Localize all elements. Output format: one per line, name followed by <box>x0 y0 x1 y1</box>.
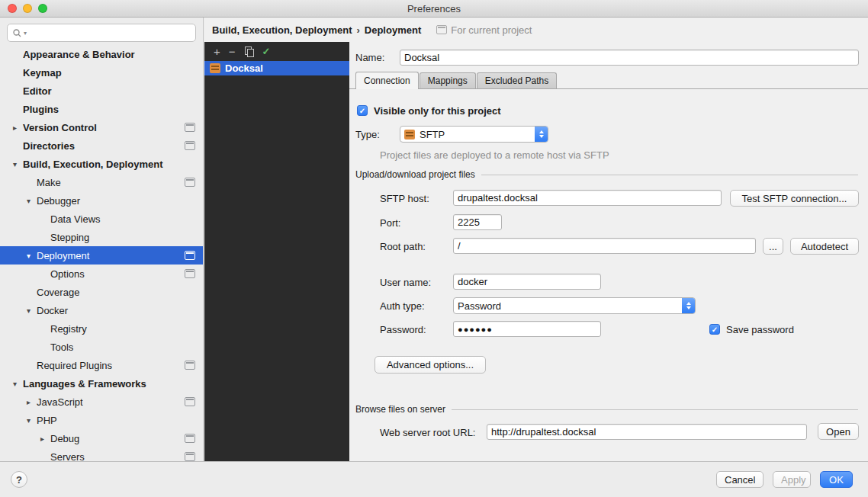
root-path-label: Root path: <box>380 241 426 252</box>
cancel-button[interactable]: Cancel <box>716 471 764 488</box>
autodetect-button[interactable]: Autodetect <box>790 238 859 255</box>
close-button[interactable] <box>8 4 17 13</box>
port-label: Port: <box>380 217 400 229</box>
use-as-default-icon[interactable]: ✓ <box>262 46 271 56</box>
type-label: Type: <box>355 129 380 140</box>
sidebar-item-debugger[interactable]: ▾Debugger <box>0 191 203 210</box>
sidebar-item-appearance-behavior[interactable]: Appearance & Behavior <box>0 45 203 63</box>
server-list-item-docksal[interactable]: Docksal <box>204 61 349 75</box>
sidebar-item-editor[interactable]: Editor <box>0 82 203 100</box>
search-icon <box>12 28 22 38</box>
name-label: Name: <box>355 52 384 63</box>
chevron-down-icon[interactable]: ▾ <box>13 380 23 388</box>
project-settings-icon <box>185 361 195 370</box>
copy-server-icon[interactable] <box>244 46 254 56</box>
sidebar-item-data-views[interactable]: Data Views <box>0 210 203 228</box>
project-settings-icon <box>185 251 195 260</box>
sidebar-item-tools[interactable]: Tools <box>0 338 203 356</box>
tab-mappings[interactable]: Mappings <box>420 72 476 88</box>
sidebar-item-javascript[interactable]: ▸JavaScript <box>0 393 203 411</box>
sidebar-item-debug[interactable]: ▸Debug <box>0 429 203 447</box>
sftp-host-label: SFTP host: <box>380 193 429 204</box>
sidebar-item-label: Data Views <box>50 213 101 225</box>
open-button[interactable]: Open <box>818 423 859 440</box>
for-current-project: For current project <box>436 24 532 36</box>
apply-button[interactable]: Apply <box>773 471 811 488</box>
search-box[interactable]: ▾ <box>7 24 196 42</box>
sidebar-item-languages-frameworks[interactable]: ▾Languages & Frameworks <box>0 374 203 393</box>
sidebar-item-label: Registry <box>50 323 87 335</box>
sidebar-item-php[interactable]: ▾PHP <box>0 411 203 429</box>
web-root-label: Web server root URL: <box>380 427 475 438</box>
sidebar-item-deployment[interactable]: ▾Deployment <box>0 246 203 265</box>
browse-root-button[interactable]: ... <box>763 238 783 255</box>
web-root-input[interactable] <box>487 424 807 440</box>
chevron-down-icon: ▾ <box>24 30 27 37</box>
sftp-host-input[interactable] <box>453 190 722 206</box>
sidebar-item-make[interactable]: Make <box>0 173 203 191</box>
sidebar-item-version-control[interactable]: ▸Version Control <box>0 118 203 136</box>
chevron-down-icon[interactable]: ▾ <box>27 306 37 315</box>
visible-only-checkbox[interactable]: ✓ <box>357 105 368 116</box>
sidebar-item-coverage[interactable]: Coverage <box>0 283 203 301</box>
user-name-input[interactable] <box>453 274 601 290</box>
zoom-button[interactable] <box>38 4 47 13</box>
dropdown-stepper-icon <box>682 298 695 313</box>
search-input[interactable] <box>28 27 191 40</box>
ok-button[interactable]: OK <box>820 471 853 488</box>
password-input[interactable] <box>453 321 601 337</box>
sidebar-item-label: Deployment <box>37 250 89 261</box>
check-icon: ✓ <box>359 107 365 115</box>
config-tabs: Connection Mappings Excluded Paths <box>349 72 868 89</box>
help-button[interactable]: ? <box>11 471 27 488</box>
add-server-icon[interactable]: + <box>214 46 220 57</box>
remove-server-icon[interactable]: − <box>229 46 236 57</box>
project-settings-icon <box>436 25 447 34</box>
server-config-form: Name: Connection Mappings Excluded Paths… <box>349 42 868 461</box>
sidebar-item-label: Appearance & Behavior <box>23 49 135 60</box>
chevron-down-icon[interactable]: ▾ <box>13 160 23 168</box>
auth-type-label: Auth type: <box>380 300 425 312</box>
sidebar-item-plugins[interactable]: Plugins <box>0 100 203 118</box>
name-input[interactable] <box>400 50 859 66</box>
chevron-down-icon[interactable]: ▾ <box>27 252 37 260</box>
check-icon: ✓ <box>712 325 718 334</box>
auth-type-select[interactable]: Password <box>453 297 696 314</box>
chevron-right-icon[interactable]: ▸ <box>27 398 37 406</box>
sidebar-item-build-execution-deployment[interactable]: ▾Build, Execution, Deployment <box>0 155 203 173</box>
breadcrumb-section[interactable]: Build, Execution, Deployment <box>212 24 352 36</box>
sidebar-item-label: Stepping <box>50 232 89 243</box>
chevron-down-icon[interactable]: ▾ <box>27 416 37 425</box>
auth-type-value: Password <box>458 300 501 312</box>
advanced-options-button[interactable]: Advanced options... <box>375 356 486 374</box>
sidebar-item-label: Required Plugins <box>37 360 112 371</box>
sidebar-item-label: Directories <box>23 140 75 152</box>
chevron-right-icon[interactable]: ▸ <box>13 123 23 132</box>
sidebar-item-required-plugins[interactable]: Required Plugins <box>0 356 203 374</box>
footer-buttons: Cancel Apply OK <box>716 471 853 488</box>
type-select[interactable]: SFTP <box>400 126 548 143</box>
sidebar-item-label: Keymap <box>23 67 62 79</box>
chevron-right-icon[interactable]: ▸ <box>40 434 50 443</box>
sidebar-item-directories[interactable]: Directories <box>0 136 203 155</box>
sidebar-item-stepping[interactable]: Stepping <box>0 228 203 246</box>
port-input[interactable] <box>453 214 502 230</box>
minimize-button[interactable] <box>23 4 32 13</box>
sidebar-item-registry[interactable]: Registry <box>0 319 203 338</box>
tab-excluded-paths[interactable]: Excluded Paths <box>477 72 557 88</box>
project-settings-icon <box>185 123 195 132</box>
tab-connection[interactable]: Connection <box>355 72 419 89</box>
password-label: Password: <box>380 324 426 335</box>
sidebar-item-options[interactable]: Options <box>0 265 203 283</box>
sidebar-item-label: Build, Execution, Deployment <box>23 159 162 170</box>
sidebar-item-docker[interactable]: ▾Docker <box>0 301 203 319</box>
server-list-panel: + − ✓ Docksal <box>204 42 349 461</box>
root-path-input[interactable] <box>453 238 756 254</box>
sidebar-item-label: Version Control <box>23 122 97 133</box>
project-settings-icon <box>185 269 195 278</box>
test-sftp-connection-button[interactable]: Test SFTP connection... <box>730 190 859 207</box>
chevron-down-icon[interactable]: ▾ <box>27 197 37 205</box>
save-password-checkbox[interactable]: ✓ <box>709 324 720 335</box>
user-name-label: User name: <box>380 277 431 288</box>
sidebar-item-keymap[interactable]: Keymap <box>0 63 203 82</box>
